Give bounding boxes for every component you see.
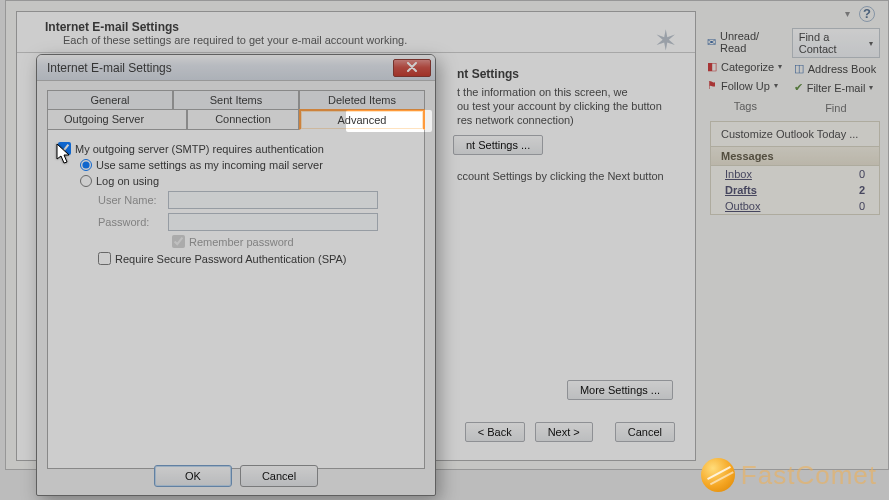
- tab-advanced[interactable]: Advanced: [299, 109, 425, 130]
- email-settings-modal: Internet E-mail Settings General Sent It…: [36, 54, 436, 496]
- tab-sent-items[interactable]: Sent Items: [173, 90, 299, 109]
- modal-button-row: OK Cancel: [37, 465, 435, 487]
- tab-general[interactable]: General: [47, 90, 173, 109]
- find-section-label: Find: [792, 102, 880, 114]
- password-row: Password:: [58, 211, 414, 233]
- modal-titlebar[interactable]: Internet E-mail Settings: [37, 55, 435, 81]
- smtp-auth-row[interactable]: My outgoing server (SMTP) requires authe…: [58, 140, 414, 157]
- log-on-radio[interactable]: [80, 175, 92, 187]
- unread-read-button[interactable]: ✉Unread/ Read: [705, 28, 786, 56]
- folder-link: Inbox: [725, 168, 752, 180]
- cursor-star-icon: ✶: [654, 24, 677, 57]
- find-contact-input[interactable]: Find a Contact▾: [792, 28, 880, 58]
- folder-count: 2: [859, 184, 865, 196]
- password-input: [168, 213, 378, 231]
- test-line-3: res network connection): [417, 113, 695, 127]
- tags-section-label: Tags: [705, 100, 786, 112]
- password-label: Password:: [98, 216, 168, 228]
- username-row: User Name:: [58, 189, 414, 211]
- banner-title: Internet E-mail Settings: [17, 12, 695, 34]
- cancel-button[interactable]: Cancel: [240, 465, 318, 487]
- wizard-next-button[interactable]: Next >: [535, 422, 593, 442]
- more-settings-button[interactable]: More Settings ...: [567, 380, 673, 400]
- test-line-1: t the information on this screen, we: [417, 85, 695, 99]
- watermark-text: FastComet: [741, 460, 877, 491]
- messages-heading: Messages: [711, 146, 879, 166]
- remember-checkbox: [172, 235, 185, 248]
- spa-label: Require Secure Password Authentication (…: [115, 253, 347, 265]
- use-same-row[interactable]: Use same settings as my incoming mail se…: [58, 157, 414, 173]
- outlook-today-panel: Customize Outlook Today ... Messages Inb…: [710, 121, 880, 215]
- folder-count: 0: [859, 168, 865, 180]
- test-settings-heading: nt Settings: [417, 53, 695, 85]
- modal-title: Internet E-mail Settings: [47, 61, 172, 75]
- spa-row[interactable]: Require Secure Password Authentication (…: [58, 250, 414, 267]
- folder-count: 0: [859, 200, 865, 212]
- tab-panel-outgoing-server: My outgoing server (SMTP) requires authe…: [47, 129, 425, 469]
- username-label: User Name:: [98, 194, 168, 206]
- test-account-settings-button[interactable]: nt Settings ...: [453, 135, 543, 155]
- address-book-button[interactable]: ◫Address Book: [792, 60, 880, 77]
- spa-checkbox[interactable]: [98, 252, 111, 265]
- remember-label: Remember password: [189, 236, 294, 248]
- tab-deleted-items[interactable]: Deleted Items: [299, 90, 425, 109]
- test-line-2: ou test your account by clicking the but…: [417, 99, 695, 113]
- customize-link[interactable]: Customize Outlook Today ...: [711, 122, 879, 146]
- wizard-cancel-button[interactable]: Cancel: [615, 422, 675, 442]
- smtp-auth-label: My outgoing server (SMTP) requires authe…: [75, 143, 324, 155]
- categorize-button[interactable]: ◧Categorize▾: [705, 58, 786, 75]
- folder-row-outbox[interactable]: Outbox 0: [711, 198, 879, 214]
- username-input: [168, 191, 378, 209]
- watermark: FastComet: [701, 458, 877, 492]
- folder-link: Drafts: [725, 184, 757, 196]
- follow-up-button[interactable]: ⚑Follow Up▾: [705, 77, 786, 94]
- tab-strip: General Sent Items Deleted Items Outgoin…: [47, 89, 425, 129]
- banner-subtitle: Each of these settings are required to g…: [17, 34, 695, 53]
- after-next-line: ccount Settings by clicking the Next but…: [417, 169, 695, 183]
- watermark-logo-icon: [701, 458, 735, 492]
- close-button[interactable]: [393, 59, 431, 77]
- tab-connection[interactable]: Connection: [187, 109, 299, 130]
- use-same-radio[interactable]: [80, 159, 92, 171]
- folder-link: Outbox: [725, 200, 760, 212]
- use-same-label: Use same settings as my incoming mail se…: [96, 159, 323, 171]
- wizard-back-button[interactable]: < Back: [465, 422, 525, 442]
- folder-row-inbox[interactable]: Inbox 0: [711, 166, 879, 182]
- smtp-auth-checkbox[interactable]: [58, 142, 71, 155]
- filter-email-button[interactable]: ✔Filter E-mail▾: [792, 79, 880, 96]
- ribbon-dropdown-icon[interactable]: ▾: [845, 8, 850, 19]
- folder-row-drafts[interactable]: Drafts 2: [711, 182, 879, 198]
- log-on-label: Log on using: [96, 175, 159, 187]
- help-icon[interactable]: ?: [859, 6, 875, 22]
- tab-outgoing-server[interactable]: Outgoing Server: [47, 109, 187, 130]
- log-on-row[interactable]: Log on using: [58, 173, 414, 189]
- ribbon-right: ▾ ? ✉Unread/ Read ◧Categorize▾ ⚑Follow U…: [705, 6, 880, 101]
- remember-row: Remember password: [58, 233, 414, 250]
- ok-button[interactable]: OK: [154, 465, 232, 487]
